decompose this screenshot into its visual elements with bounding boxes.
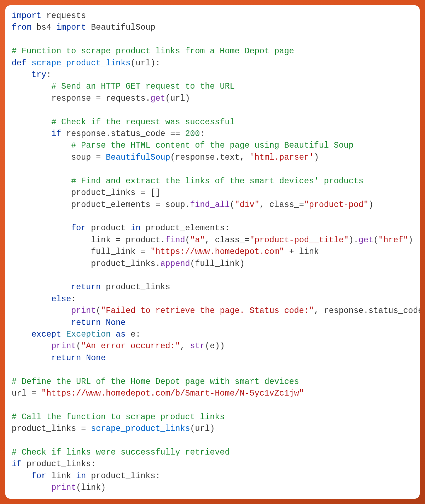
var-product-links: product_links [27, 459, 91, 469]
method-find: find [165, 236, 185, 245]
var-response: response [175, 153, 215, 162]
var-product-elements: product_elements [145, 224, 225, 233]
method-get: get [359, 236, 373, 245]
keyword-return: return [51, 354, 81, 363]
string-product-pod: "product-pod" [304, 200, 368, 209]
var-product-links: product_links [91, 259, 155, 268]
var-soup: soup [71, 153, 91, 162]
code-card: import requests from bs4 import Beautifu… [5, 5, 420, 499]
string-a: "a" [190, 236, 205, 245]
keyword-try: try [31, 70, 46, 79]
var-link: link [51, 472, 71, 481]
keyword-def: def [12, 59, 27, 68]
var-full-link: full_link [91, 247, 135, 256]
comment: # Check if the request was successful [51, 118, 235, 127]
op-eq: == [170, 129, 180, 138]
function-name: scrape_product_links [31, 59, 130, 68]
var-product-elements: product_elements [71, 200, 150, 209]
var-product-links: product_links [71, 188, 135, 197]
var-product-links: product_links [12, 424, 76, 433]
string-html-parser: 'html.parser' [250, 153, 314, 162]
var-product-links: product_links [91, 472, 155, 481]
comment: # Function to scrape product links from … [12, 47, 294, 56]
param-url: url [135, 59, 150, 68]
fn-scrape-product-links: scrape_product_links [91, 424, 190, 433]
arg-full-link: full_link [195, 259, 240, 268]
keyword-in: in [76, 472, 86, 481]
var-product-links: product_links [106, 283, 170, 292]
fn-print: print [71, 306, 96, 315]
comment: # Parse the HTML content of the page usi… [71, 141, 354, 150]
var-soup: soup [165, 200, 185, 209]
fn-str: str [190, 342, 205, 351]
var-link: link [91, 236, 111, 245]
keyword-for: for [71, 224, 86, 233]
var-product: product [126, 236, 160, 245]
keyword-for: for [31, 472, 46, 481]
kwarg-class: class_ [269, 200, 299, 209]
method-get: get [150, 94, 165, 103]
var-response: response [66, 129, 106, 138]
var-url: url [12, 389, 27, 398]
class-beautifulsoup: BeautifulSoup [91, 23, 155, 32]
var-product: product [91, 224, 126, 233]
keyword-if: if [51, 129, 61, 138]
const-none: None [106, 318, 126, 327]
number-200: 200 [185, 129, 200, 138]
keyword-as: as [116, 330, 126, 339]
keyword-import: import [56, 23, 86, 32]
comment: # Check if links were successfully retri… [12, 448, 230, 457]
string-div: "div" [235, 200, 260, 209]
var-e: e [130, 330, 135, 339]
method-find-all: find_all [190, 200, 230, 209]
string-href: "href" [378, 236, 408, 245]
keyword-import: import [12, 11, 41, 20]
string-error-msg: "An error occurred:" [81, 342, 180, 351]
comment: # Send an HTTP GET request to the URL [51, 82, 235, 91]
module-bs4: bs4 [36, 23, 51, 32]
string-homedepot-url: "https://www.homedepot.com" [150, 247, 284, 256]
keyword-from: from [12, 23, 31, 32]
keyword-return: return [71, 318, 101, 327]
string-smart-home-url: "https://www.homedepot.com/b/Smart-Home/… [41, 389, 304, 398]
var-e: e [210, 342, 215, 351]
var-response: response [324, 306, 363, 315]
const-none: None [86, 354, 106, 363]
var-response: response [51, 94, 91, 103]
var-requests: requests [106, 94, 145, 103]
attr-status-code: status_code [111, 129, 165, 138]
comment: # Find and extract the links of the smar… [71, 177, 363, 186]
arg-url: url [170, 94, 185, 103]
string-failed-msg: "Failed to retrieve the page. Status cod… [101, 306, 314, 315]
comment: # Call the function to scrape product li… [12, 413, 225, 422]
var-link: link [299, 247, 319, 256]
arg-url: url [195, 424, 210, 433]
arg-link: link [81, 483, 101, 492]
keyword-except: except [31, 330, 61, 339]
string-product-pod-title: "product-pod__title" [250, 236, 349, 245]
keyword-in: in [130, 224, 140, 233]
code-block: import requests from bs4 import Beautifu… [12, 10, 413, 494]
fn-print: print [51, 342, 76, 351]
fn-print: print [51, 483, 76, 492]
module-requests: requests [46, 11, 86, 20]
keyword-else: else [51, 295, 71, 304]
class-beautifulsoup: BeautifulSoup [106, 153, 170, 162]
class-exception: Exception [66, 330, 111, 339]
keyword-if: if [12, 459, 22, 469]
attr-text: text [220, 153, 240, 162]
attr-status-code: status_code [368, 306, 420, 315]
keyword-return: return [71, 283, 101, 292]
comment: # Define the URL of the Home Depot page … [12, 377, 299, 386]
method-append: append [160, 259, 190, 268]
kwarg-class: class_ [215, 236, 245, 245]
